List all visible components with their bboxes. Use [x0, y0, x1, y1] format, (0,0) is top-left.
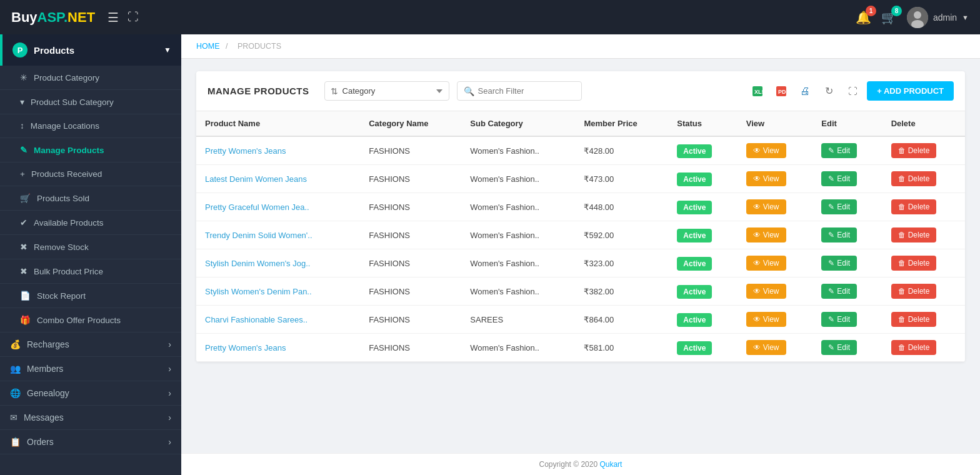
view-button[interactable]: 👁 View	[746, 171, 786, 186]
product-name-link[interactable]: Pretty Graceful Women Jea..	[205, 202, 309, 212]
delete-button[interactable]: 🗑 Delete	[891, 284, 937, 299]
sidebar-group-genealogy[interactable]: 🌐 Genealogy ›	[0, 381, 181, 406]
table-row: Stylish Women's Denim Pan.. FASHIONS Wom…	[196, 278, 965, 306]
delete-button[interactable]: 🗑 Delete	[891, 228, 937, 242]
col-sub-category: Sub Category	[461, 111, 575, 136]
cell-status: Active	[668, 306, 737, 334]
sidebar-group-orders[interactable]: 📋 Orders ›	[0, 430, 181, 454]
cart-badge: 8	[891, 6, 902, 16]
search-input[interactable]	[474, 82, 574, 100]
chevron-right-icon: ›	[168, 339, 171, 349]
cell-sub-category: Women's Fashion..	[461, 165, 575, 193]
delete-button[interactable]: 🗑 Delete	[891, 256, 937, 271]
footer-link[interactable]: Qukart	[599, 460, 622, 469]
add-product-button[interactable]: + ADD PRODUCT	[867, 81, 954, 101]
sidebar-item-stock-report[interactable]: 📄 Stock Report	[0, 284, 181, 308]
sidebar-group-members[interactable]: 👥 Members ›	[0, 357, 181, 381]
delete-button[interactable]: 🗑 Delete	[891, 340, 937, 355]
sidebar-group-label: Orders	[27, 437, 54, 447]
sidebar-products-label: Products	[34, 45, 74, 56]
view-button[interactable]: 👁 View	[746, 256, 786, 271]
sidebar-item-available-products[interactable]: ✔ Available Products	[0, 211, 181, 235]
product-name-link[interactable]: Charvi Fashionable Sarees..	[205, 315, 308, 324]
notification-bell-button[interactable]: 🔔 1	[856, 10, 871, 25]
sidebar-item-products-sold[interactable]: 🛒 Products Sold	[0, 186, 181, 211]
cell-view: 👁 View	[738, 193, 813, 221]
cell-edit: ✎ Edit	[812, 165, 882, 193]
cell-product-name: Pretty Women's Jeans	[196, 334, 360, 362]
table-row: Pretty Graceful Women Jea.. FASHIONS Wom…	[196, 193, 965, 221]
refresh-button[interactable]: ↻	[819, 82, 838, 101]
delete-button[interactable]: 🗑 Delete	[891, 199, 937, 214]
cart-button[interactable]: 🛒 8	[881, 10, 897, 25]
cell-member-price: ₹592.00	[575, 221, 668, 249]
table-row: Stylish Denim Women's Jog.. FASHIONS Wom…	[196, 249, 965, 278]
cell-status: Active	[668, 249, 737, 278]
export-excel-button[interactable]: XLS	[748, 82, 767, 101]
cell-member-price: ₹448.00	[575, 193, 668, 221]
breadcrumb-current: PRODUCTS	[238, 42, 281, 51]
edit-button[interactable]: ✎ Edit	[821, 256, 857, 271]
edit-button[interactable]: ✎ Edit	[821, 199, 857, 214]
view-button[interactable]: 👁 View	[746, 143, 786, 158]
view-button[interactable]: 👁 View	[746, 312, 786, 327]
sidebar-item-combo-offer-products[interactable]: 🎁 Combo Offer Products	[0, 308, 181, 332]
sidebar-item-label: Combo Offer Products	[37, 316, 121, 325]
chevron-right-icon: ›	[168, 412, 171, 422]
view-button[interactable]: 👁 View	[746, 284, 786, 299]
sidebar-item-manage-locations[interactable]: ↕ Manage Locations	[0, 114, 181, 138]
cell-sub-category: Women's Fashion..	[461, 334, 575, 362]
cell-category-name: FASHIONS	[360, 306, 461, 334]
edit-button[interactable]: ✎ Edit	[821, 312, 857, 327]
eye-icon: 👁	[753, 146, 761, 155]
sidebar-item-remove-stock[interactable]: ✖ Remove Stock	[0, 235, 181, 259]
view-button[interactable]: 👁 View	[746, 340, 786, 355]
user-menu[interactable]: admin ▼	[907, 7, 969, 28]
cell-delete: 🗑 Delete	[882, 278, 965, 306]
sidebar-item-bulk-product-price[interactable]: ✖ Bulk Product Price	[0, 259, 181, 284]
delete-button[interactable]: 🗑 Delete	[891, 171, 937, 186]
product-name-link[interactable]: Stylish Women's Denim Pan..	[205, 287, 312, 296]
sidebar-group-messages[interactable]: ✉ Messages ›	[0, 406, 181, 430]
manage-products-title: MANAGE PRODUCTS	[208, 86, 309, 96]
delete-button[interactable]: 🗑 Delete	[891, 143, 937, 158]
genealogy-icon: 🌐	[10, 388, 21, 398]
edit-button[interactable]: ✎ Edit	[821, 340, 857, 355]
breadcrumb-home[interactable]: HOME	[196, 42, 220, 51]
product-name-link[interactable]: Trendy Denim Solid Women'..	[205, 231, 312, 240]
export-pdf-button[interactable]: PDF	[772, 82, 791, 101]
sidebar-item-product-category[interactable]: ✳ Product Category	[0, 66, 181, 90]
sidebar-item-label: Products Sold	[37, 194, 89, 203]
table-header-row: Product Name Category Name Sub Category …	[196, 111, 965, 136]
sidebar-item-product-sub-category[interactable]: ▾ Product Sub Category	[0, 90, 181, 114]
edit-button[interactable]: ✎ Edit	[821, 143, 857, 158]
product-name-link[interactable]: Latest Denim Women Jeans	[205, 174, 307, 184]
cell-delete: 🗑 Delete	[882, 306, 965, 334]
view-button[interactable]: 👁 View	[746, 228, 786, 242]
view-button[interactable]: 👁 View	[746, 199, 786, 214]
toolbar: MANAGE PRODUCTS ⇅ Category 🔍	[196, 71, 965, 111]
edit-button[interactable]: ✎ Edit	[821, 171, 857, 186]
product-name-link[interactable]: Stylish Denim Women's Jog..	[205, 259, 310, 268]
expand-icon[interactable]: ⛶	[128, 11, 139, 24]
cell-status: Active	[668, 193, 737, 221]
edit-icon: ✎	[828, 231, 834, 239]
edit-button[interactable]: ✎ Edit	[821, 228, 857, 242]
edit-button[interactable]: ✎ Edit	[821, 284, 857, 299]
members-icon: 👥	[10, 364, 21, 374]
category-select[interactable]: Category	[324, 81, 449, 101]
product-name-link[interactable]: Pretty Women's Jeans	[205, 146, 286, 156]
sidebar-item-products-received[interactable]: + Products Received	[0, 162, 181, 186]
sidebar-group-recharges[interactable]: 💰 Recharges ›	[0, 332, 181, 357]
product-name-link[interactable]: Pretty Women's Jeans	[205, 343, 286, 352]
status-badge: Active	[677, 229, 712, 242]
sidebar-products-header[interactable]: P Products ▼	[0, 34, 181, 66]
fullscreen-button[interactable]: ⛶	[843, 82, 862, 101]
delete-button[interactable]: 🗑 Delete	[891, 312, 937, 327]
print-button[interactable]: 🖨	[796, 82, 814, 101]
sidebar-item-label: Products Received	[31, 169, 102, 179]
sidebar-item-label: Stock Report	[37, 291, 86, 301]
hamburger-icon[interactable]: ☰	[108, 10, 119, 25]
svg-point-1	[914, 11, 921, 19]
sidebar-item-manage-products[interactable]: ✎ Manage Products	[0, 138, 181, 162]
